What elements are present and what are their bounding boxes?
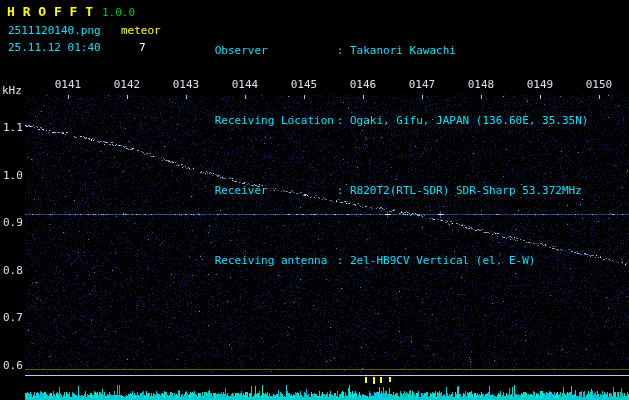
y-tick-label: 1.0: [3, 170, 27, 181]
echo-count: 7: [139, 42, 146, 53]
info-value: : 2el-HB9CV Vertical (el. E-W): [337, 254, 536, 267]
x-tick-label: 0148: [467, 79, 495, 90]
x-tick-label: 0149: [526, 79, 554, 90]
app-version: 1.0.0: [102, 7, 135, 18]
x-tick-label: 0146: [349, 79, 377, 90]
hrofft-output-image: H R O F F T 1.0.0 2511120140.png meteor …: [0, 0, 629, 400]
info-value: : R820T2(RTL-SDR) SDR-Sharp 53.372MHz: [337, 184, 582, 197]
y-axis-unit-label: kHz: [2, 85, 26, 96]
datetime: 25.11.12 01:40: [8, 42, 101, 53]
mode-label: meteor: [121, 25, 161, 36]
info-value: : Takanori Kawachi: [337, 44, 456, 57]
info-label: Observer: [215, 43, 337, 59]
info-row: Receiver: R820T2(RTL-SDR) SDR-Sharp 53.3…: [175, 167, 588, 215]
station-info: Observer: Takanori Kawachi Receiving Loc…: [175, 5, 588, 307]
info-label: Receiver: [215, 183, 337, 199]
info-value: : Ogaki, Gifu, JAPAN (136.60E, 35.35N): [337, 114, 589, 127]
y-tick-label: 0.6: [3, 360, 27, 371]
x-tick-label: 0144: [231, 79, 259, 90]
info-row: Receiving antenna: 2el-HB9CV Vertical (e…: [175, 237, 588, 285]
y-tick-label: 0.7: [3, 312, 27, 323]
x-tick-label: 0147: [408, 79, 436, 90]
x-tick-label: 0145: [290, 79, 318, 90]
x-tick-label: 0141: [54, 79, 82, 90]
app-name: H R O F F T: [7, 5, 93, 18]
info-row: Observer: Takanori Kawachi: [175, 27, 588, 75]
info-label: Receiving Location: [215, 113, 337, 129]
info-label: Receiving antenna: [215, 253, 337, 269]
x-tick-label: 0150: [585, 79, 613, 90]
info-row: Receiving Location: Ogaki, Gifu, JAPAN (…: [175, 97, 588, 145]
y-tick-label: 1.1: [3, 122, 27, 133]
x-tick-label: 0142: [113, 79, 141, 90]
filename: 2511120140.png: [8, 25, 101, 36]
y-tick-label: 0.9: [3, 217, 27, 228]
x-tick-label: 0143: [172, 79, 200, 90]
y-tick-label: 0.8: [3, 265, 27, 276]
